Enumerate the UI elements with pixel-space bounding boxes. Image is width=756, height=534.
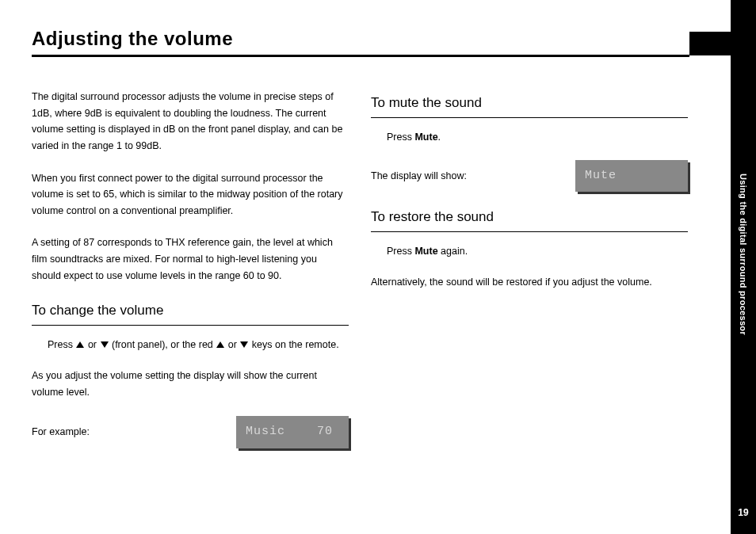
press-arrows-instruction: Press or (front panel), or the red or ke… [48, 337, 349, 353]
text-frontpanel: (front panel), or the red [109, 339, 216, 350]
section-tab [689, 32, 731, 55]
text-press-2: Press [387, 132, 414, 143]
adjust-display-note: As you adjust the volume setting the dis… [32, 368, 349, 400]
restore-alt: Alternatively, the sound will be restore… [371, 274, 688, 291]
right-column: To mute the sound Press Mute. The displa… [371, 89, 688, 463]
subhead-change-volume: To change the volume [32, 299, 349, 326]
up-arrow-icon-2 [216, 341, 224, 348]
display-will-show: The display will show: [371, 168, 561, 185]
title-rule [32, 55, 689, 57]
intro-p1: The digital surround processor adjusts t… [32, 89, 349, 154]
up-arrow-icon [76, 341, 84, 348]
intro-p2: When you first connect power to the digi… [32, 170, 349, 219]
mute-bold: Mute [414, 132, 437, 143]
lcd-display-mute: Mute [575, 160, 688, 193]
page-title: Adjusting the volume [32, 28, 756, 50]
for-example-label: For example: [32, 424, 222, 441]
content-columns: The digital surround processor adjusts t… [32, 89, 689, 463]
intro-p3: A setting of 87 corresponds to THX refer… [32, 235, 349, 284]
press-mute-again: Press Mute again. [387, 243, 688, 260]
down-arrow-icon [101, 341, 109, 348]
down-arrow-icon-2 [240, 341, 248, 348]
lcd-display-music: Music 70 [236, 416, 349, 448]
text-press: Press [48, 339, 75, 350]
text-press-3: Press [387, 246, 414, 257]
again-text: again. [438, 246, 468, 257]
period-1: . [438, 132, 441, 143]
page-number: 19 [731, 507, 756, 518]
subhead-mute: To mute the sound [371, 92, 688, 118]
example-row: For example: Music 70 [32, 416, 349, 448]
left-column: The digital surround processor adjusts t… [32, 89, 349, 463]
mute-bold-2: Mute [414, 246, 437, 257]
text-or1: or [85, 339, 99, 350]
text-or2: or [225, 339, 239, 350]
sidebar-label: Using the digital surround processor [739, 174, 748, 335]
press-mute-instruction: Press Mute. [387, 129, 688, 146]
subhead-restore: To restore the sound [371, 206, 688, 232]
mute-display-row: The display will show: Mute [371, 160, 688, 193]
sidebar: Using the digital surround processor 19 [731, 0, 756, 534]
text-keys-remote: keys on the remote. [249, 339, 338, 350]
